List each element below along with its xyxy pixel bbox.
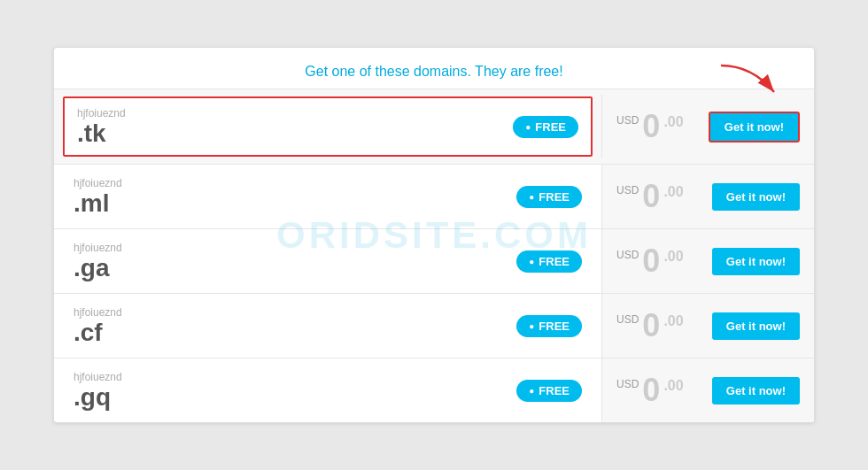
domain-price-section: USD0.00Get it now! xyxy=(601,165,814,228)
domain-subdomain: hjfoiueznd xyxy=(74,371,122,383)
get-it-now-button[interactable]: Get it now! xyxy=(709,112,800,143)
domain-subdomain: hjfoiueznd xyxy=(74,306,122,319)
domain-info: hjfoiueznd.cf xyxy=(74,306,122,345)
domain-price-section: USD0.00Get it now! xyxy=(601,229,814,293)
currency-label: USD xyxy=(616,114,639,127)
get-it-now-button[interactable]: Get it now! xyxy=(712,377,800,405)
domain-price-section: USD0.00Get it now! xyxy=(601,358,814,422)
page-header: Get one of these domains. They are free! xyxy=(54,48,814,89)
domain-list: hjfoiueznd.tkFREEUSD0.00Get it now!hjfoi… xyxy=(54,89,814,422)
price-display: USD0.00 xyxy=(616,111,684,143)
free-badge: FREE xyxy=(516,380,582,402)
main-container: ORIDSITE.COM Get one of these domains. T… xyxy=(53,47,815,423)
price-integer: 0 xyxy=(642,374,660,406)
price-integer: 0 xyxy=(642,310,660,342)
domain-subdomain: hjfoiueznd xyxy=(74,177,122,189)
price-decimal: .00 xyxy=(663,313,683,329)
domain-row: hjfoiueznd.cfFREEUSD0.00Get it now! xyxy=(54,293,814,358)
domain-row: hjfoiueznd.mlFREEUSD0.00Get it now! xyxy=(54,164,814,228)
get-it-now-button[interactable]: Get it now! xyxy=(712,248,800,275)
price-display: USD0.00 xyxy=(616,245,684,277)
domain-extension: .cf xyxy=(74,320,122,345)
arrow-icon xyxy=(717,61,787,96)
domain-info: hjfoiueznd.ml xyxy=(74,177,122,216)
domain-extension: .ml xyxy=(74,191,122,216)
price-integer: 0 xyxy=(642,181,660,212)
domain-row: hjfoiueznd.gaFREEUSD0.00Get it now! xyxy=(54,228,814,293)
domain-row: hjfoiueznd.tkFREEUSD0.00Get it now! xyxy=(54,89,814,164)
price-decimal: .00 xyxy=(663,378,683,394)
price-decimal: .00 xyxy=(663,114,683,130)
price-decimal: .00 xyxy=(663,184,683,200)
currency-label: USD xyxy=(616,184,639,196)
get-it-now-button[interactable]: Get it now! xyxy=(712,183,800,211)
domain-price-section: USD0.00Get it now! xyxy=(601,95,814,158)
price-integer: 0 xyxy=(642,245,660,277)
currency-label: USD xyxy=(616,249,639,261)
currency-label: USD xyxy=(616,378,639,390)
free-badge: FREE xyxy=(516,186,582,208)
free-badge: FREE xyxy=(513,116,578,138)
free-badge: FREE xyxy=(516,315,582,337)
domain-subdomain: hjfoiueznd xyxy=(74,242,122,254)
domain-info: hjfoiueznd.ga xyxy=(74,242,122,281)
price-display: USD0.00 xyxy=(616,310,684,342)
domain-extension: .ga xyxy=(74,256,122,281)
domain-extension: .tk xyxy=(77,121,126,146)
domain-info: hjfoiueznd.tk xyxy=(77,107,126,146)
price-decimal: .00 xyxy=(663,249,683,265)
domain-info: hjfoiueznd.gq xyxy=(74,371,122,410)
free-badge: FREE xyxy=(516,250,582,273)
currency-label: USD xyxy=(616,313,639,326)
domain-row: hjfoiueznd.gqFREEUSD0.00Get it now! xyxy=(54,358,814,422)
price-display: USD0.00 xyxy=(616,374,684,406)
get-it-now-button[interactable]: Get it now! xyxy=(712,312,800,340)
domain-subdomain: hjfoiueznd xyxy=(77,107,126,119)
domain-extension: .gq xyxy=(74,385,122,410)
domain-price-section: USD0.00Get it now! xyxy=(601,294,814,358)
price-display: USD0.00 xyxy=(616,181,684,212)
price-integer: 0 xyxy=(642,111,660,143)
